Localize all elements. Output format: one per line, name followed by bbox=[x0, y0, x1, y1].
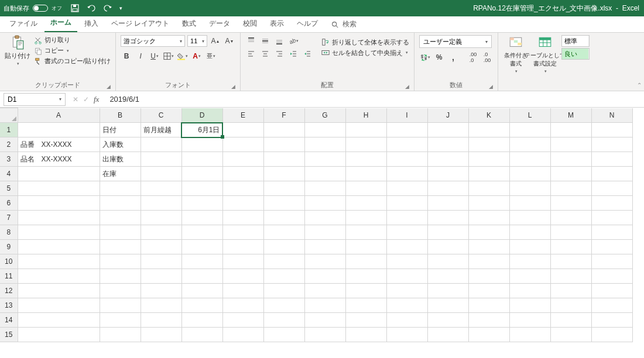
row-header[interactable]: 2 bbox=[0, 137, 18, 152]
cell[interactable] bbox=[550, 152, 591, 167]
cell[interactable] bbox=[100, 211, 141, 225]
cell[interactable] bbox=[222, 137, 263, 152]
row-header[interactable]: 14 bbox=[0, 313, 18, 328]
format-painter-button[interactable]: 書式のコピー/貼り付け bbox=[34, 57, 111, 66]
cell[interactable]: 入庫数 bbox=[100, 137, 141, 152]
cell[interactable] bbox=[468, 152, 509, 167]
number-format-select[interactable]: ユーザー定義▾ bbox=[419, 35, 492, 48]
increase-indent-icon[interactable] bbox=[302, 48, 313, 60]
cell[interactable] bbox=[427, 225, 468, 240]
cell[interactable] bbox=[263, 167, 304, 181]
cell[interactable] bbox=[141, 152, 181, 167]
cell[interactable] bbox=[591, 123, 632, 137]
cell[interactable] bbox=[18, 298, 100, 313]
cell[interactable] bbox=[386, 181, 427, 196]
align-middle-icon[interactable] bbox=[259, 35, 271, 47]
cell[interactable] bbox=[181, 328, 222, 342]
column-header[interactable]: G bbox=[304, 108, 345, 123]
cell[interactable] bbox=[18, 181, 100, 196]
cell[interactable] bbox=[304, 196, 345, 211]
cell[interactable]: 品番 XX-XXXX bbox=[18, 137, 100, 152]
cell[interactable] bbox=[468, 196, 509, 211]
cell[interactable] bbox=[468, 240, 509, 254]
cell[interactable] bbox=[100, 240, 141, 254]
column-header[interactable]: H bbox=[345, 108, 386, 123]
cell[interactable] bbox=[345, 152, 386, 167]
cell[interactable] bbox=[141, 137, 181, 152]
decrease-indent-icon[interactable] bbox=[287, 48, 299, 60]
cell[interactable] bbox=[591, 211, 632, 225]
name-box[interactable]: D1▾ bbox=[4, 93, 66, 106]
row-header[interactable]: 11 bbox=[0, 269, 18, 284]
cell[interactable] bbox=[263, 123, 304, 137]
dialog-launcher-icon[interactable]: ◢ bbox=[107, 84, 111, 90]
cell[interactable] bbox=[591, 152, 632, 167]
cell[interactable] bbox=[100, 181, 141, 196]
cell[interactable] bbox=[509, 167, 550, 181]
row-header[interactable]: 3 bbox=[0, 152, 18, 167]
cell[interactable] bbox=[468, 328, 509, 342]
cell[interactable] bbox=[345, 240, 386, 254]
increase-font-icon[interactable]: A▲ bbox=[210, 35, 221, 47]
dialog-launcher-icon[interactable]: ◢ bbox=[231, 84, 235, 90]
cell[interactable] bbox=[591, 196, 632, 211]
cell[interactable] bbox=[550, 211, 591, 225]
orientation-icon[interactable]: ab▾ bbox=[287, 35, 299, 47]
cell[interactable] bbox=[550, 196, 591, 211]
column-header[interactable]: F bbox=[263, 108, 304, 123]
cell[interactable] bbox=[304, 181, 345, 196]
cell[interactable] bbox=[386, 269, 427, 284]
cell[interactable] bbox=[263, 225, 304, 240]
row-header[interactable]: 15 bbox=[0, 328, 18, 342]
cell[interactable] bbox=[141, 313, 181, 328]
cell[interactable] bbox=[263, 254, 304, 269]
cell[interactable] bbox=[345, 269, 386, 284]
cell[interactable] bbox=[263, 152, 304, 167]
cell[interactable] bbox=[141, 240, 181, 254]
column-header[interactable]: M bbox=[550, 108, 591, 123]
cell[interactable] bbox=[222, 313, 263, 328]
row-header[interactable]: 6 bbox=[0, 196, 18, 211]
cell[interactable] bbox=[591, 298, 632, 313]
cell[interactable] bbox=[263, 328, 304, 342]
font-color-icon[interactable]: A▾ bbox=[191, 50, 203, 62]
autosave-toggle[interactable]: 自動保存 オフ bbox=[4, 4, 62, 13]
cancel-formula-icon[interactable]: ✕ bbox=[73, 95, 78, 104]
save-icon[interactable] bbox=[70, 4, 80, 13]
cell[interactable] bbox=[304, 269, 345, 284]
cell[interactable] bbox=[181, 225, 222, 240]
cell[interactable] bbox=[222, 181, 263, 196]
cell[interactable] bbox=[550, 240, 591, 254]
cell[interactable] bbox=[345, 313, 386, 328]
cell[interactable] bbox=[468, 137, 509, 152]
cell[interactable] bbox=[591, 181, 632, 196]
cell[interactable] bbox=[509, 225, 550, 240]
accounting-format-icon[interactable]: 💱▾ bbox=[419, 51, 431, 63]
cell[interactable] bbox=[18, 211, 100, 225]
cell[interactable]: 出庫数 bbox=[100, 152, 141, 167]
cell[interactable] bbox=[386, 254, 427, 269]
column-header[interactable]: A bbox=[18, 108, 100, 123]
cell[interactable] bbox=[222, 254, 263, 269]
row-header[interactable]: 10 bbox=[0, 254, 18, 269]
redo-icon[interactable] bbox=[103, 4, 112, 13]
cell[interactable] bbox=[100, 284, 141, 298]
cell[interactable] bbox=[550, 269, 591, 284]
cell[interactable] bbox=[181, 152, 222, 167]
increase-decimal-icon[interactable]: .00.0 bbox=[467, 51, 479, 63]
column-header[interactable]: D bbox=[181, 108, 222, 123]
cell[interactable] bbox=[141, 181, 181, 196]
cell[interactable] bbox=[263, 196, 304, 211]
column-header[interactable]: N bbox=[591, 108, 632, 123]
style-normal[interactable]: 標準 bbox=[562, 36, 589, 46]
cell[interactable] bbox=[427, 152, 468, 167]
cell[interactable] bbox=[427, 298, 468, 313]
cell[interactable]: 品名 XX-XXXX bbox=[18, 152, 100, 167]
cell[interactable] bbox=[222, 167, 263, 181]
cell[interactable] bbox=[550, 123, 591, 137]
cell[interactable] bbox=[468, 225, 509, 240]
cell[interactable] bbox=[141, 196, 181, 211]
cell[interactable] bbox=[427, 254, 468, 269]
cell[interactable] bbox=[18, 240, 100, 254]
cell[interactable] bbox=[304, 240, 345, 254]
